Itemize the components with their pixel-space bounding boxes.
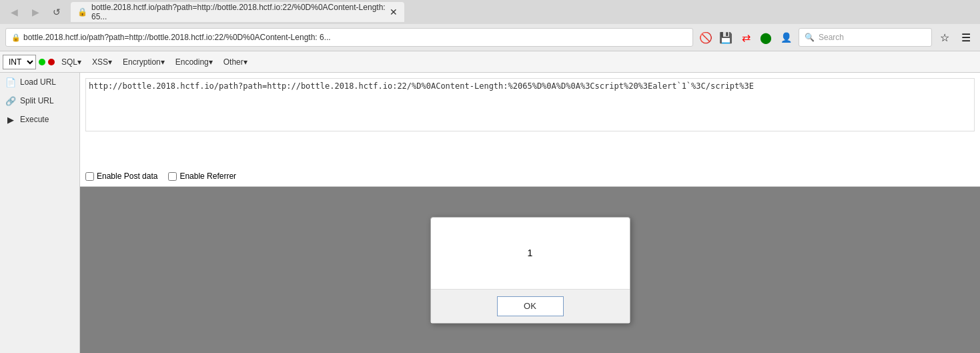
encoding-menu[interactable]: Encoding▾ [171, 55, 217, 69]
main-content: 1 OK [80, 187, 980, 353]
nav-buttons: ◀ ▶ ↺ [5, 3, 65, 21]
forward-button[interactable]: ▶ [27, 3, 44, 21]
back-button[interactable]: ◀ [5, 3, 23, 21]
execute-icon: ▶ [5, 114, 16, 125]
lock-icon: 🔒 [77, 7, 87, 17]
execute-button[interactable]: ▶ Execute [0, 110, 79, 129]
alert-overlay: 1 OK [80, 187, 980, 353]
address-text: bottle.2018.hctf.io/path?path=http://bot… [23, 33, 331, 42]
url-input-container [85, 78, 975, 166]
app-menu-button[interactable]: ☰ [957, 29, 975, 46]
sql-menu[interactable]: SQL▾ [57, 55, 85, 69]
enable-referrer-label[interactable]: Enable Referrer [168, 171, 236, 181]
load-url-label: Load URL [20, 77, 56, 87]
search-icon: 🔍 [805, 33, 815, 42]
red-dot [48, 59, 55, 65]
alert-ok-button[interactable]: OK [497, 296, 564, 316]
tab-bar: ◀ ▶ ↺ 🔒 bottle.2018.hctf.io/path?path=ht… [0, 0, 980, 24]
url-area: Enable Post data Enable Referrer [80, 73, 980, 186]
browser-chrome: ◀ ▶ ↺ 🔒 bottle.2018.hctf.io/path?path=ht… [0, 0, 980, 51]
search-box[interactable]: 🔍 Search [799, 28, 932, 47]
green-dot [39, 59, 45, 65]
address-bar[interactable]: 🔒 bottle.2018.hctf.io/path?path=http://b… [5, 28, 693, 47]
split-url-icon: 🔗 [5, 95, 16, 106]
enable-post-data-text: Enable Post data [97, 171, 157, 181]
url-row-wrapper: Enable Post data Enable Referrer [80, 73, 980, 187]
active-tab[interactable]: 🔒 bottle.2018.hctf.io/path?path=http://b… [71, 2, 404, 22]
address-bar-row: 🔒 bottle.2018.hctf.io/path?path=http://b… [0, 24, 980, 51]
execute-label: Execute [20, 115, 49, 124]
side-panel: 📄 Load URL 🔗 Split URL ▶ Execute [0, 73, 80, 353]
addon-icon-1[interactable]: 🚫 [697, 29, 714, 46]
reload-button[interactable]: ↺ [48, 3, 65, 21]
enable-referrer-checkbox[interactable] [168, 172, 177, 181]
options-row: Enable Post data Enable Referrer [85, 171, 975, 181]
browser-icons: 🚫 💾 ⇄ ⬤ 👤 [697, 29, 795, 46]
load-url-button[interactable]: 📄 Load URL [0, 73, 79, 91]
address-lock-icon: 🔒 [11, 33, 21, 42]
alert-message: 1 [528, 248, 533, 258]
main-area-wrapper: Enable Post data Enable Referrer 1 OK [80, 73, 980, 353]
enable-post-data-label[interactable]: Enable Post data [85, 171, 157, 181]
extension-panel: 📄 Load URL 🔗 Split URL ▶ Execute Enable … [0, 73, 980, 353]
split-url-button[interactable]: 🔗 Split URL [0, 91, 79, 110]
int-select[interactable]: INT [3, 55, 36, 69]
bookmark-button[interactable]: ☆ [936, 29, 953, 46]
split-url-label: Split URL [20, 96, 54, 105]
search-placeholder: Search [819, 33, 844, 42]
extension-toolbar: INT SQL▾ XSS▾ Encryption▾ Encoding▾ Othe… [0, 51, 980, 73]
xss-menu[interactable]: XSS▾ [88, 55, 116, 69]
tab-close-icon[interactable]: ✕ [390, 7, 398, 17]
addon-icon-3[interactable]: ⇄ [737, 29, 755, 46]
alert-dialog: 1 OK [430, 217, 630, 324]
load-url-icon: 📄 [5, 77, 16, 87]
enable-referrer-text: Enable Referrer [179, 171, 236, 181]
addon-icon-5[interactable]: 👤 [777, 29, 795, 46]
encryption-menu[interactable]: Encryption▾ [119, 55, 169, 69]
url-textarea[interactable] [85, 78, 975, 131]
addon-icon-2[interactable]: 💾 [717, 29, 734, 46]
enable-post-data-checkbox[interactable] [85, 172, 94, 181]
tab-title: bottle.2018.hctf.io/path?path=http://bot… [91, 3, 386, 21]
alert-body: 1 [431, 218, 630, 289]
alert-footer: OK [431, 289, 630, 323]
addon-icon-4[interactable]: ⬤ [757, 29, 775, 46]
other-menu[interactable]: Other▾ [219, 55, 252, 69]
